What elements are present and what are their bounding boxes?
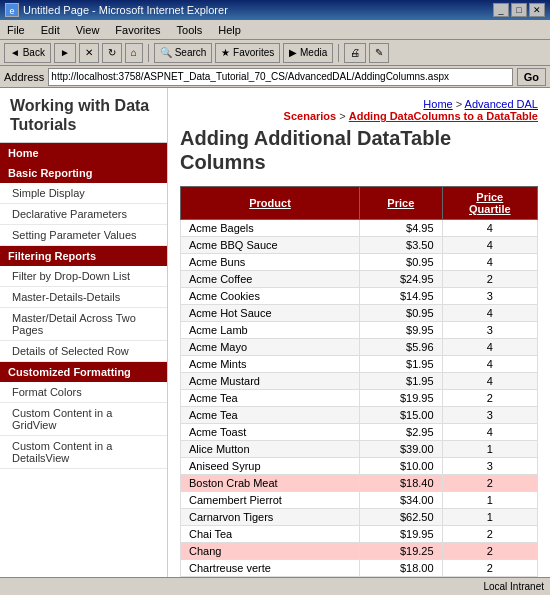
cell-price: $0.95 — [360, 254, 443, 271]
table-row[interactable]: Acme Cookies$14.953 — [181, 288, 538, 305]
cell-product: Acme Tea — [181, 390, 360, 407]
table-row[interactable]: Acme Mustard$1.954 — [181, 373, 538, 390]
table-row[interactable]: Acme Hot Sauce$0.954 — [181, 305, 538, 322]
breadcrumb-home[interactable]: Home — [423, 98, 452, 110]
address-bar: Address Go — [0, 66, 550, 88]
table-row[interactable]: Acme Toast$2.954 — [181, 424, 538, 441]
cell-quartile: 4 — [442, 339, 537, 356]
cell-quartile: 2 — [442, 543, 537, 560]
sidebar-item-master-detail-across[interactable]: Master/Detail Across Two Pages — [0, 308, 167, 341]
cell-price: $5.96 — [360, 339, 443, 356]
sidebar-item-declarative-parameters[interactable]: Declarative Parameters — [0, 204, 167, 225]
sidebar-item-setting-parameter-values[interactable]: Setting Parameter Values — [0, 225, 167, 246]
cell-quartile: 4 — [442, 356, 537, 373]
nav-home[interactable]: Home — [0, 143, 167, 163]
window-controls[interactable]: _ □ ✕ — [493, 3, 545, 17]
favorites-button[interactable]: ★ Favorites — [215, 43, 280, 63]
cell-quartile: 3 — [442, 322, 537, 339]
nav-section-customized-formatting[interactable]: Customized Formatting — [0, 362, 167, 382]
cell-price: $18.00 — [360, 560, 443, 577]
table-row[interactable]: Camembert Pierrot$34.001 — [181, 492, 538, 509]
table-row[interactable]: Acme Bagels$4.954 — [181, 220, 538, 237]
cell-product: Acme Mints — [181, 356, 360, 373]
cell-price: $9.95 — [360, 322, 443, 339]
forward-button[interactable]: ► — [54, 43, 76, 63]
table-row[interactable]: Chai Tea$19.952 — [181, 526, 538, 543]
cell-quartile: 2 — [442, 475, 537, 492]
go-button[interactable]: Go — [517, 68, 546, 86]
cell-quartile: 4 — [442, 305, 537, 322]
col-header-price-quartile[interactable]: PriceQuartile — [442, 187, 537, 220]
minimize-btn[interactable]: _ — [493, 3, 509, 17]
table-row[interactable]: Acme Buns$0.954 — [181, 254, 538, 271]
col-header-product[interactable]: Product — [181, 187, 360, 220]
cell-quartile: 4 — [442, 220, 537, 237]
sidebar-item-format-colors[interactable]: Format Colors — [0, 382, 167, 403]
table-row[interactable]: Acme Lamb$9.953 — [181, 322, 538, 339]
table-row[interactable]: Chartreuse verte$18.002 — [181, 560, 538, 577]
table-row[interactable]: Aniseed Syrup$10.003 — [181, 458, 538, 475]
cell-product: Acme Cookies — [181, 288, 360, 305]
cell-price: $18.40 — [360, 475, 443, 492]
cell-product: Chartreuse verte — [181, 560, 360, 577]
menu-help[interactable]: Help — [215, 23, 244, 37]
sidebar-item-filter-dropdown[interactable]: Filter by Drop-Down List — [0, 266, 167, 287]
content-area: Working with Data Tutorials Home Basic R… — [0, 88, 550, 595]
edit-button[interactable]: ✎ — [369, 43, 389, 63]
sidebar-item-master-details[interactable]: Master-Details-Details — [0, 287, 167, 308]
cell-quartile: 1 — [442, 441, 537, 458]
sidebar-item-custom-content-detailsview[interactable]: Custom Content in a DetailsView — [0, 436, 167, 469]
table-row[interactable]: Chang$19.252 — [181, 543, 538, 560]
cell-quartile: 3 — [442, 407, 537, 424]
refresh-button[interactable]: ↻ — [102, 43, 122, 63]
cell-product: Acme Mayo — [181, 339, 360, 356]
cell-quartile: 2 — [442, 526, 537, 543]
cell-price: $19.95 — [360, 526, 443, 543]
home-button[interactable]: ⌂ — [125, 43, 143, 63]
table-row[interactable]: Acme Tea$15.003 — [181, 407, 538, 424]
search-button[interactable]: 🔍 Search — [154, 43, 212, 63]
table-row[interactable]: Carnarvon Tigers$62.501 — [181, 509, 538, 526]
browser-icon: e — [5, 3, 19, 17]
cell-product: Alice Mutton — [181, 441, 360, 458]
cell-product: Camembert Pierrot — [181, 492, 360, 509]
nav-section-basic-reporting[interactable]: Basic Reporting — [0, 163, 167, 183]
col-header-price[interactable]: Price — [360, 187, 443, 220]
back-button[interactable]: ◄ Back — [4, 43, 51, 63]
cell-price: $10.00 — [360, 458, 443, 475]
close-btn[interactable]: ✕ — [529, 3, 545, 17]
menu-view[interactable]: View — [73, 23, 103, 37]
table-row[interactable]: Alice Mutton$39.001 — [181, 441, 538, 458]
cell-product: Acme Toast — [181, 424, 360, 441]
print-button[interactable]: 🖨 — [344, 43, 366, 63]
cell-product: Acme Buns — [181, 254, 360, 271]
maximize-btn[interactable]: □ — [511, 3, 527, 17]
cell-product: Acme BBQ Sauce — [181, 237, 360, 254]
toolbar-separator — [148, 44, 149, 62]
table-row[interactable]: Acme Coffee$24.952 — [181, 271, 538, 288]
cell-price: $19.95 — [360, 390, 443, 407]
sidebar-item-simple-display[interactable]: Simple Display — [0, 183, 167, 204]
media-button[interactable]: ▶ Media — [283, 43, 333, 63]
cell-product: Acme Coffee — [181, 271, 360, 288]
address-input[interactable] — [48, 68, 512, 86]
menu-favorites[interactable]: Favorites — [112, 23, 163, 37]
table-row[interactable]: Acme Tea$19.952 — [181, 390, 538, 407]
breadcrumb-advanced-dal[interactable]: Advanced DAL — [465, 98, 538, 110]
menu-file[interactable]: File — [4, 23, 28, 37]
cell-price: $2.95 — [360, 424, 443, 441]
nav-section-filtering-reports[interactable]: Filtering Reports — [0, 246, 167, 266]
table-row[interactable]: Boston Crab Meat$18.402 — [181, 475, 538, 492]
table-row[interactable]: Acme Mayo$5.964 — [181, 339, 538, 356]
table-row[interactable]: Acme BBQ Sauce$3.504 — [181, 237, 538, 254]
menu-tools[interactable]: Tools — [174, 23, 206, 37]
stop-button[interactable]: ✕ — [79, 43, 99, 63]
menu-edit[interactable]: Edit — [38, 23, 63, 37]
cell-quartile: 2 — [442, 271, 537, 288]
cell-quartile: 1 — [442, 492, 537, 509]
table-row[interactable]: Acme Mints$1.954 — [181, 356, 538, 373]
table-body: Acme Bagels$4.954Acme BBQ Sauce$3.504Acm… — [181, 220, 538, 577]
sidebar-item-details-selected-row[interactable]: Details of Selected Row — [0, 341, 167, 362]
cell-quartile: 1 — [442, 509, 537, 526]
sidebar-item-custom-content-gridview[interactable]: Custom Content in a GridView — [0, 403, 167, 436]
